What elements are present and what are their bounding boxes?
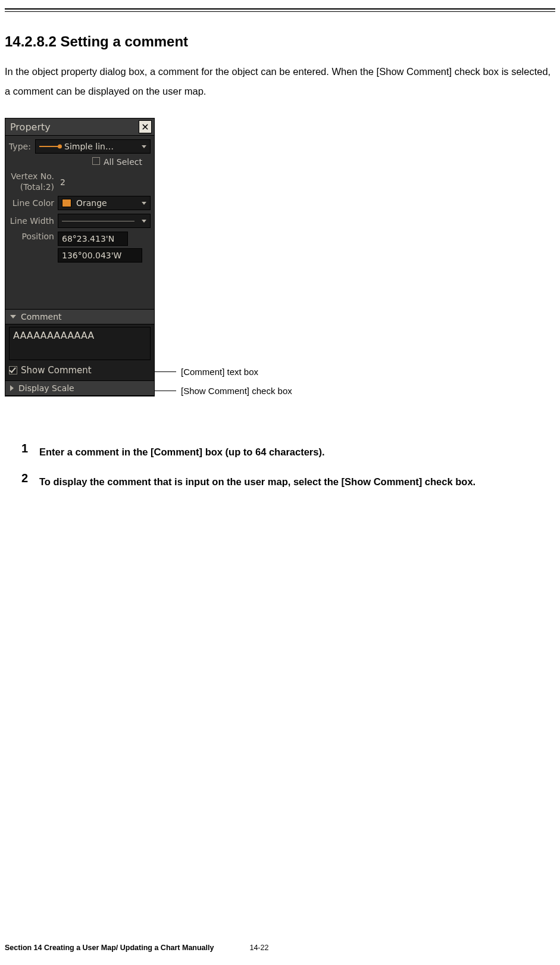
callout-line xyxy=(155,391,176,391)
page-footer: Section 14 Creating a User Map/ Updating… xyxy=(5,944,555,952)
orange-swatch-icon xyxy=(62,199,71,207)
chevron-down-icon xyxy=(142,145,146,148)
page-top-rule-thick xyxy=(5,8,555,10)
callout-comment-textbox: [Comment] text box xyxy=(176,367,258,377)
vertex-label-line1: Vertex No. xyxy=(9,171,54,182)
line-color-value: Orange xyxy=(71,198,139,208)
comment-textbox[interactable]: AAAAAAAAAAAA xyxy=(9,327,151,360)
vertex-value: 2 xyxy=(58,177,65,187)
chevron-down-icon xyxy=(10,315,16,318)
position-lon-input[interactable]: 136°00.043'W xyxy=(58,248,142,263)
figure-callouts: [Comment] text box [Show Comment] check … xyxy=(155,118,333,421)
line-width-preview-icon xyxy=(62,221,134,221)
dialog-titlebar: Property ✕ xyxy=(5,118,154,136)
step-1-text: Enter a comment in the [Comment] box (up… xyxy=(39,442,325,462)
vertex-label: Vertex No. (Total:2) xyxy=(9,171,58,192)
footer-section: Section 14 Creating a User Map/ Updating… xyxy=(5,944,214,952)
step-number-1: 1 xyxy=(21,442,39,462)
position-label: Position xyxy=(9,232,58,241)
all-select-checkbox[interactable] xyxy=(92,157,100,165)
type-label: Type: xyxy=(9,142,35,151)
step-number-2: 2 xyxy=(21,471,39,492)
show-comment-checkbox[interactable] xyxy=(9,366,17,374)
line-color-dropdown[interactable]: Orange xyxy=(58,196,151,210)
close-button[interactable]: ✕ xyxy=(139,120,152,133)
chevron-down-icon xyxy=(142,220,146,223)
position-lat-input[interactable]: 68°23.413'N xyxy=(58,232,128,246)
comment-section-header[interactable]: Comment xyxy=(5,309,154,324)
property-dialog: Property ✕ Type: Simple lin… xyxy=(5,118,155,396)
chevron-down-icon xyxy=(142,202,146,205)
callout-show-comment: [Show Comment] check box xyxy=(176,386,292,396)
all-select-label: All Select xyxy=(104,157,142,167)
step-2-text: To display the comment that is input on … xyxy=(39,471,475,492)
footer-page-number: 14-22 xyxy=(249,944,268,952)
display-scale-header-label: Display Scale xyxy=(18,383,74,393)
line-color-label: Line Color xyxy=(9,198,58,208)
type-value: Simple lin… xyxy=(64,142,114,151)
section-heading: 14.2.8.2 Setting a comment xyxy=(5,33,555,50)
figure: Property ✕ Type: Simple lin… xyxy=(5,118,555,421)
dialog-title: Property xyxy=(10,121,51,133)
show-comment-label: Show Comment xyxy=(21,365,92,376)
type-dropdown[interactable]: Simple lin… xyxy=(35,139,151,154)
chevron-right-icon xyxy=(10,385,14,391)
comment-header-label: Comment xyxy=(21,312,62,321)
simple-line-icon xyxy=(39,146,61,147)
close-icon: ✕ xyxy=(141,121,149,133)
display-scale-section-header[interactable]: Display Scale xyxy=(5,380,154,396)
intro-paragraph: In the object property dialog box, a com… xyxy=(5,62,555,101)
steps-list: 1 Enter a comment in the [Comment] box (… xyxy=(5,442,555,492)
vertex-label-line2: (Total:2) xyxy=(9,182,54,193)
callout-line xyxy=(155,371,176,372)
line-width-label: Line Width xyxy=(9,216,58,226)
line-width-dropdown[interactable] xyxy=(58,214,151,228)
